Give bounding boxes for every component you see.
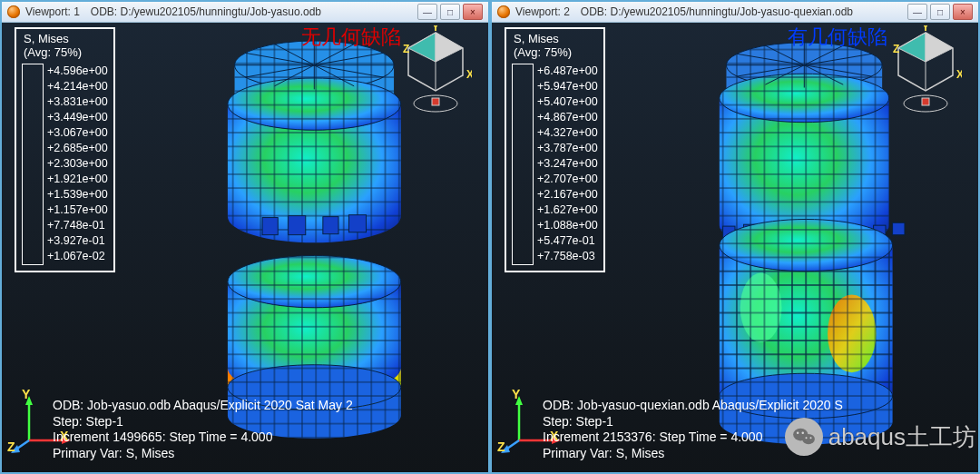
svg-point-89 <box>809 437 811 439</box>
viewport-title: Viewport: 1 <box>25 5 80 18</box>
legend-title: S, Mises (Avg: 75%) <box>512 33 598 64</box>
abaqus-icon <box>7 5 20 18</box>
svg-point-86 <box>797 431 799 434</box>
axis-z-label: Z <box>497 439 505 454</box>
abaqus-icon <box>497 5 510 18</box>
svg-point-85 <box>802 434 815 444</box>
svg-rect-34 <box>432 98 439 105</box>
state-l1: ODB: Job-yasuo.odb Abaqus/Explicit 2020 … <box>53 398 483 414</box>
view-triad-cube[interactable]: Y X Z <box>889 25 962 116</box>
svg-rect-77 <box>922 98 929 105</box>
wechat-watermark: abaqus土工坊 <box>781 416 980 458</box>
axis-y-label: Y <box>512 387 520 401</box>
annotation-label: 无几何缺陷 <box>301 24 401 51</box>
svg-rect-10 <box>348 215 366 232</box>
viewport-title: Viewport: 2 <box>515 5 570 18</box>
state-l2: Step: Step-1 <box>53 414 483 430</box>
contour-legend: S, Mises (Avg: 75%)+4.596e+00+4.214e+00+… <box>15 27 115 272</box>
watermark-text: abaqus土工坊 <box>828 421 976 453</box>
viewport-titlebar[interactable]: Viewport: 1 ODB: D:/yewu202105/hunningtu… <box>2 2 488 23</box>
legend-ticks: +6.487e+00+5.947e+00+5.407e+00+4.867e+00… <box>537 64 598 265</box>
svg-rect-51 <box>893 222 905 234</box>
svg-point-87 <box>801 431 804 434</box>
svg-text:Y: Y <box>432 25 439 34</box>
svg-rect-9 <box>323 217 338 234</box>
viewport-1[interactable]: Viewport: 1 ODB: D:/yewu202105/hunningtu… <box>0 0 490 474</box>
contour-legend: S, Mises (Avg: 75%)+6.487e+00+5.947e+00+… <box>505 27 605 272</box>
wechat-icon <box>785 418 823 456</box>
odb-path: ODB: D:/yewu202105/hunningtu/Job-yasuo.o… <box>91 5 321 18</box>
svg-point-88 <box>805 437 807 439</box>
svg-text:X: X <box>466 68 472 81</box>
axis-y-label: Y <box>22 387 30 401</box>
minimize-button[interactable]: — <box>907 4 927 20</box>
viewport-2[interactable]: Viewport: 2 ODB: D:/yewu202105/hunningtu… <box>490 0 980 474</box>
svg-text:X: X <box>956 68 962 81</box>
viewport-titlebar[interactable]: Viewport: 2 ODB: D:/yewu202105/hunningtu… <box>492 2 978 23</box>
svg-text:Z: Z <box>403 43 409 55</box>
svg-rect-7 <box>262 218 278 235</box>
svg-rect-8 <box>289 216 306 235</box>
svg-text:Y: Y <box>922 25 929 34</box>
legend-ticks: +4.596e+00+4.214e+00+3.831e+00+3.449e+00… <box>47 64 108 265</box>
annotation-label: 有几何缺陷 <box>788 24 887 51</box>
minimize-button[interactable]: — <box>417 4 437 20</box>
close-button[interactable]: × <box>953 4 973 20</box>
maximize-button[interactable]: □ <box>930 4 950 20</box>
axis-z-label: Z <box>7 439 15 454</box>
state-l3: Increment 1499665: Step Time = 4.000 <box>53 430 483 446</box>
view-triad-cube[interactable]: Y X Z <box>399 25 472 116</box>
odb-path: ODB: D:/yewu202105/hunningtu/Job-yasuo-q… <box>581 5 853 18</box>
state-l1: ODB: Job-yasuo-quexian.odb Abaqus/Explic… <box>543 398 973 414</box>
maximize-button[interactable]: □ <box>440 4 460 20</box>
legend-title: S, Mises (Avg: 75%) <box>22 33 108 64</box>
svg-text:Z: Z <box>893 43 899 55</box>
close-button[interactable]: × <box>463 4 483 20</box>
state-block: ODB: Job-yasuo.odb Abaqus/Explicit 2020 … <box>53 398 483 461</box>
state-l4: Primary Var: S, Mises <box>53 446 483 462</box>
